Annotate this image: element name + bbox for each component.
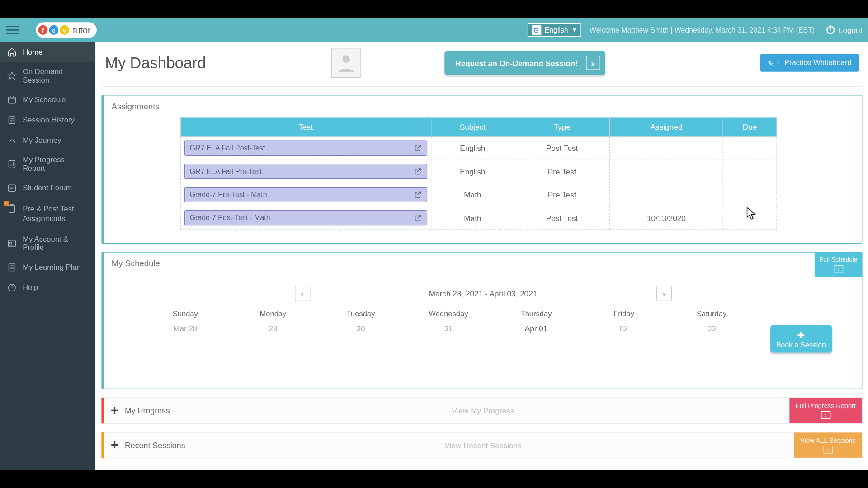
svg-point-7 [10, 242, 12, 244]
sidebar-item-label: Home [23, 48, 42, 56]
test-link-button[interactable]: Grade-7 Pre-Test - Math [184, 187, 427, 202]
day-date: 29 [229, 324, 317, 333]
day-date: Apr 01 [492, 324, 580, 333]
logo-v-icon: v [60, 25, 69, 35]
account-icon [7, 239, 17, 248]
my-progress-title: My Progress [125, 406, 170, 415]
avatar[interactable] [331, 48, 361, 78]
expand-toggle[interactable]: + [104, 403, 125, 418]
main-content: My Dashboard Request an On-Demand Sessio… [95, 42, 868, 470]
sidebar-item-home[interactable]: Home [0, 42, 95, 62]
sidebar-item-progress-report[interactable]: My Progress Report [0, 150, 95, 178]
svg-rect-3 [8, 185, 15, 191]
full-schedule-label: Full Schedule [820, 255, 858, 263]
recent-sessions-row: + Recent Sessions View Recent Sessions V… [101, 432, 862, 458]
open-external-icon [413, 144, 421, 152]
test-link-button[interactable]: GR7 ELA Fall Post-Test [184, 141, 427, 156]
day-name: Saturday [668, 310, 755, 318]
week-row: SundayMar 28Monday29Tuesday30Wednesday31… [142, 310, 854, 333]
assignments-table: Test Subject Type Assigned Due GR7 ELA F… [180, 117, 777, 230]
practice-whiteboard-button[interactable]: ✎ Practice Whiteboard [760, 54, 859, 72]
journey-icon [7, 136, 17, 145]
recent-sessions-title: Recent Sessions [125, 441, 185, 450]
hamburger-menu-icon[interactable] [6, 23, 19, 37]
view-all-sessions-button[interactable]: View ALL Sessions › [794, 432, 862, 457]
cell-subject: English [431, 136, 514, 160]
table-header-type: Type [514, 117, 610, 136]
logo-e-icon: e [49, 25, 58, 35]
chevron-right-icon: › [821, 411, 830, 419]
expand-toggle[interactable]: + [104, 437, 125, 453]
sidebar-item-history[interactable]: Session History [0, 110, 95, 130]
page-title: My Dashboard [105, 54, 206, 72]
view-all-sessions-label: View ALL Sessions [800, 437, 856, 444]
sidebar-item-label: Student Forum [23, 184, 72, 192]
chevron-right-icon: › [663, 289, 665, 298]
history-icon [7, 115, 17, 125]
google-translate-icon: G [532, 25, 541, 35]
day-column: Monday29 [229, 310, 317, 333]
sidebar-item-help[interactable]: Help [0, 277, 95, 298]
assignments-title: Assignments [112, 102, 854, 111]
schedule-panel: My Schedule Full Schedule › ‹ March 28, … [101, 252, 862, 389]
day-column: Friday02 [580, 310, 668, 333]
star-icon [7, 71, 17, 80]
assignments-panel: Assignments Test Subject Type Assigned D… [101, 95, 862, 244]
table-header-subject: Subject [431, 117, 514, 136]
day-date: 03 [668, 324, 755, 333]
sidebar-item-pre-post-test[interactable]: 4 Pre & Post Test Assignments [0, 198, 95, 230]
day-name: Monday [229, 310, 317, 318]
day-column: SundayMar 28 [142, 310, 229, 333]
day-name: Wednesday [405, 310, 492, 318]
cell-due [723, 160, 777, 183]
avatar-placeholder-icon [335, 52, 358, 74]
test-link-button[interactable]: GR7 ELA Fall Pre-Test [184, 164, 427, 179]
open-external-icon [413, 190, 421, 198]
next-week-button[interactable]: › [656, 286, 671, 301]
logout-button[interactable]: Logout [827, 26, 863, 35]
test-name: GR7 ELA Fall Pre-Test [190, 167, 262, 175]
date-range: March 28, 2021 - April 03, 2021 [328, 289, 638, 298]
sidebar-item-account[interactable]: My Account & Profile [0, 230, 95, 257]
day-name: Tuesday [317, 310, 405, 318]
cell-assigned: 10/13/2020 [610, 206, 723, 229]
day-date: Mar 28 [142, 324, 229, 333]
full-progress-report-label: Full Progress Report [796, 402, 856, 409]
cell-assigned [610, 160, 723, 183]
language-label: English [545, 26, 568, 34]
sidebar-item-schedule[interactable]: My Schedule [0, 89, 95, 110]
day-column: Wednesday31 [405, 310, 492, 333]
test-link-button[interactable]: Grade-7 Post-Test - Math [184, 210, 427, 225]
sidebar-item-label: On Demand Session [23, 68, 88, 84]
logo[interactable]: f e v tutor [36, 22, 97, 38]
sidebar-item-student-forum[interactable]: Student Forum [0, 178, 95, 198]
sidebar-item-journey[interactable]: My Journey [0, 130, 95, 150]
language-selector[interactable]: G English ▼ [527, 23, 581, 37]
cell-due [723, 136, 777, 160]
svg-rect-0 [8, 97, 15, 103]
help-icon [7, 282, 17, 292]
request-session-button[interactable]: Request an On-Demand Session! » [445, 51, 605, 75]
sidebar-item-learning-plan[interactable]: My Learning Plan [0, 257, 95, 277]
book-session-button[interactable]: + Book a Session [770, 325, 832, 353]
table-header-due: Due [723, 117, 777, 136]
day-column: ThursdayApr 01 [492, 310, 580, 333]
sidebar-item-on-demand[interactable]: On Demand Session [0, 62, 95, 90]
chevron-right-icon: › [834, 265, 843, 273]
calendar-icon [7, 95, 17, 104]
test-name: GR7 ELA Fall Post-Test [190, 144, 265, 152]
my-progress-hint: View My Progress [452, 406, 514, 415]
pencil-icon: ✎ [768, 58, 779, 67]
day-date: 02 [580, 324, 668, 333]
prev-week-button[interactable]: ‹ [294, 286, 310, 301]
full-schedule-button[interactable]: Full Schedule › [815, 252, 862, 277]
logo-f-icon: f [38, 25, 47, 35]
table-header-test: Test [180, 117, 431, 136]
cell-due [723, 206, 777, 229]
home-icon [7, 47, 17, 57]
request-session-label: Request an On-Demand Session! [455, 58, 578, 67]
open-external-icon [413, 167, 421, 175]
chevron-left-icon: ‹ [301, 289, 304, 298]
table-row: GR7 ELA Fall Post-TestEnglishPost Test [180, 136, 777, 160]
full-progress-report-button[interactable]: Full Progress Report › [790, 398, 862, 423]
